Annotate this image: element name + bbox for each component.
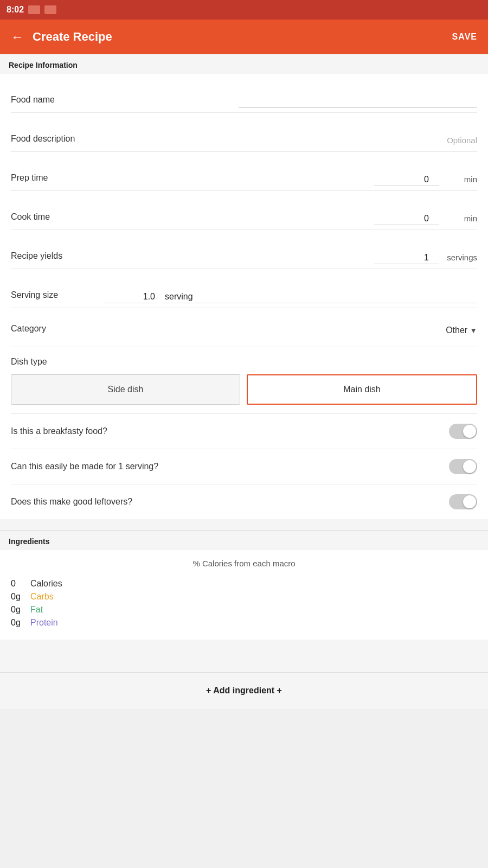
content-area: Recipe Information Food name Food descri…: [0, 54, 488, 709]
spacer-1: [0, 519, 488, 530]
serving-size-label: Serving size: [11, 290, 98, 303]
recipe-yields-row: Recipe yields servings: [11, 230, 477, 269]
category-select[interactable]: Other ▼: [446, 326, 477, 335]
recipe-info-form: Food name Food description Optional Prep…: [0, 74, 488, 519]
recipe-yields-unit: servings: [445, 253, 477, 264]
prep-time-unit: min: [445, 175, 477, 186]
recipe-yields-input[interactable]: [374, 252, 439, 264]
page-title: Create Recipe: [33, 30, 112, 44]
breakfast-toggle[interactable]: [449, 424, 477, 439]
cook-time-unit: min: [445, 214, 477, 225]
breakfast-toggle-row: Is this a breakfasty food?: [11, 414, 477, 449]
calories-row: 0 Calories: [11, 579, 477, 589]
recipe-yields-label: Recipe yields: [11, 251, 98, 264]
spacer-2: [0, 640, 488, 672]
leftovers-toggle[interactable]: [449, 494, 477, 509]
main-dish-button[interactable]: Main dish: [247, 374, 477, 405]
cook-time-input[interactable]: [374, 213, 439, 225]
app-bar: ← Create Recipe SAVE: [0, 20, 488, 54]
food-name-input[interactable]: [239, 95, 477, 108]
carbs-amount: 0g: [11, 592, 26, 602]
fat-amount: 0g: [11, 605, 26, 615]
serving-size-input[interactable]: [103, 291, 157, 303]
cook-time-label: Cook time: [11, 212, 98, 225]
carbs-label: Carbs: [30, 592, 54, 602]
prep-time-label: Prep time: [11, 173, 98, 186]
status-time: 8:02: [7, 5, 24, 15]
dish-type-section: Dish type Side dish Main dish: [11, 347, 477, 414]
chevron-down-icon: ▼: [470, 326, 477, 335]
dish-type-buttons: Side dish Main dish: [11, 374, 477, 405]
food-description-label: Food description: [11, 134, 98, 147]
category-row: Category Other ▼: [11, 308, 477, 347]
signal-icon: [44, 5, 56, 14]
recipe-info-header: Recipe Information: [0, 54, 488, 74]
serving-unit-input[interactable]: [163, 291, 477, 303]
add-ingredient-button[interactable]: + Add ingredient +: [206, 686, 282, 695]
single-serving-toggle[interactable]: [449, 459, 477, 474]
prep-time-row: Prep time min: [11, 152, 477, 191]
dish-type-label: Dish type: [11, 357, 477, 367]
food-description-row: Food description Optional: [11, 113, 477, 152]
save-button[interactable]: SAVE: [452, 32, 477, 42]
food-name-row: Food name: [11, 74, 477, 113]
category-value: Other: [446, 326, 467, 335]
calories-subtitle: % Calories from each macro: [11, 559, 477, 568]
ingredients-header: Ingredients: [0, 530, 488, 550]
ingredients-card: % Calories from each macro 0 Calories 0g…: [0, 550, 488, 640]
fat-label: Fat: [30, 605, 43, 615]
prep-time-input[interactable]: [374, 174, 439, 186]
calories-amount: 0: [11, 579, 26, 589]
protein-row: 0g Protein: [11, 618, 477, 628]
protein-label: Protein: [30, 618, 58, 628]
single-serving-question-label: Can this easily be made for 1 serving?: [11, 462, 158, 471]
status-bar: 8:02: [0, 0, 488, 20]
fat-row: 0g Fat: [11, 605, 477, 615]
food-name-label: Food name: [11, 95, 98, 108]
side-dish-button[interactable]: Side dish: [11, 374, 240, 405]
serving-size-row: Serving size: [11, 269, 477, 308]
leftovers-toggle-row: Does this make good leftovers?: [11, 484, 477, 519]
back-button[interactable]: ←: [11, 29, 24, 44]
calories-label: Calories: [30, 579, 62, 589]
category-label: Category: [11, 324, 98, 337]
photo-icon: [28, 5, 40, 14]
cook-time-row: Cook time min: [11, 191, 477, 230]
add-ingredient-bar: + Add ingredient +: [0, 672, 488, 709]
single-serving-toggle-row: Can this easily be made for 1 serving?: [11, 449, 477, 484]
breakfast-question-label: Is this a breakfasty food?: [11, 426, 107, 436]
leftovers-question-label: Does this make good leftovers?: [11, 497, 132, 507]
carbs-row: 0g Carbs: [11, 592, 477, 602]
protein-amount: 0g: [11, 618, 26, 628]
